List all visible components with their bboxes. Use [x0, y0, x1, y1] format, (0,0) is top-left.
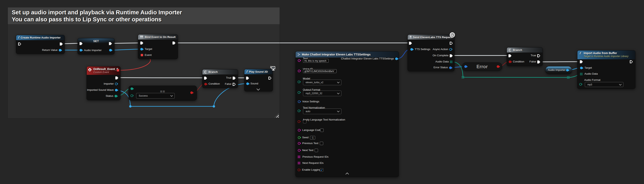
- exec-out-pin[interactable]: [115, 76, 118, 79]
- text-normalization-dropdown[interactable]: auto: [303, 109, 342, 114]
- audio-data-pin[interactable]: [580, 73, 582, 75]
- reroute-array-node[interactable]: [462, 76, 464, 78]
- false-label: False: [225, 82, 232, 85]
- next-text-label: Next Text: [302, 149, 314, 152]
- target-pin[interactable]: [580, 67, 583, 69]
- next-request-ids-pin[interactable]: [298, 162, 300, 164]
- exec-out-pin[interactable]: [109, 42, 112, 45]
- exec-in-pin[interactable]: [508, 54, 512, 57]
- node-set-audio-importer[interactable]: SET Audio Importer: [78, 38, 114, 54]
- exec-out-pin[interactable]: [450, 42, 453, 45]
- node-header: Send ElevenLabs TTS Request: [408, 35, 454, 39]
- node-bind-event-to-on-result[interactable]: Bind Event to On Result Target Event: [138, 34, 178, 59]
- exec-in-pin[interactable]: [204, 77, 207, 80]
- true-exec-pin[interactable]: [537, 54, 540, 57]
- async-action-pin[interactable]: [449, 48, 452, 51]
- condition-pin[interactable]: [509, 60, 511, 63]
- next-text-pin[interactable]: [298, 149, 300, 152]
- voice-id-pin[interactable]: [298, 70, 300, 72]
- exec-out-pin[interactable]: [172, 41, 176, 44]
- text-input[interactable]: Hi, this is my speech: [303, 59, 328, 63]
- output-struct-label: Chatbot Integrator Eleven Labs TTSSettin…: [341, 57, 394, 60]
- audio-importer-out-pin[interactable]: [566, 69, 569, 71]
- imported-sound-wave-pin[interactable]: [115, 89, 118, 91]
- exec-out-pin[interactable]: [630, 60, 633, 63]
- text-normalization-pin[interactable]: [298, 110, 300, 112]
- target-pin[interactable]: [140, 48, 143, 50]
- error-input-pin[interactable]: [464, 65, 467, 68]
- exec-in-pin[interactable]: [18, 42, 21, 45]
- equal-input-b-pin[interactable]: [130, 94, 133, 97]
- voice-settings-pin[interactable]: [298, 100, 300, 103]
- seed-pin[interactable]: [298, 136, 300, 139]
- node-onresult-custom-event[interactable]: OnResult_Event_0 Custom Event Importer I…: [86, 66, 120, 100]
- exec-out-pin[interactable]: [268, 77, 272, 80]
- output-format-dropdown[interactable]: mp3_22050_32: [303, 91, 342, 96]
- condition-pin[interactable]: [204, 83, 207, 85]
- enable-logging-checkbox[interactable]: [320, 168, 324, 172]
- output-struct-pin[interactable]: [395, 57, 398, 60]
- node-equal-enum[interactable]: == Success: [128, 86, 197, 101]
- apply-lang-norm-pin[interactable]: [298, 120, 300, 123]
- output-format-pin[interactable]: [298, 91, 300, 94]
- comment-resize-handle[interactable]: [275, 113, 279, 118]
- false-exec-pin[interactable]: [233, 83, 236, 86]
- language-code-pin[interactable]: [298, 129, 300, 132]
- apply-lang-norm-checkbox[interactable]: [303, 120, 306, 123]
- event-delegate-pin[interactable]: [141, 54, 143, 56]
- model-pin[interactable]: [298, 81, 300, 83]
- on-complete-exec-pin[interactable]: [450, 54, 453, 57]
- error-status-pin[interactable]: [449, 66, 452, 69]
- expand-chevron-icon[interactable]: [257, 87, 260, 91]
- false-exec-pin[interactable]: [537, 60, 540, 63]
- comment-header[interactable]: Set up audio import and playback via Run…: [8, 7, 280, 24]
- status-pin[interactable]: [114, 95, 117, 97]
- exec-out-pin[interactable]: [60, 42, 63, 45]
- node-send-elevenlabs-tts-request[interactable]: Send ElevenLabs TTS Request TTS Settings…: [408, 34, 454, 71]
- node-get-audio-importer[interactable]: Audio Importer: [545, 66, 572, 74]
- delegate-out-pin[interactable]: [117, 69, 119, 71]
- previous-request-ids-pin[interactable]: [298, 156, 300, 158]
- audio-importer-in-pin[interactable]: [80, 49, 82, 51]
- importer-pin[interactable]: [115, 83, 118, 85]
- exec-in-pin[interactable]: [580, 60, 583, 63]
- audio-format-dropdown[interactable]: mp3: [585, 82, 624, 87]
- node-make-tts-settings[interactable]: Make Chatbot Integrator Eleven Labs TTSS…: [296, 51, 399, 177]
- true-exec-pin[interactable]: [233, 77, 236, 80]
- node-branch-2[interactable]: Branch Condition True False: [507, 47, 543, 66]
- sound-pin[interactable]: [246, 82, 249, 85]
- node-import-audio-from-buffer[interactable]: f Import Audio from Buffer Target is Run…: [577, 50, 636, 89]
- tts-settings-pin[interactable]: [410, 48, 413, 51]
- node-title: Bind Event to On Result: [145, 35, 176, 38]
- equal-result-pin[interactable]: [190, 91, 193, 94]
- text-pin[interactable]: [298, 59, 300, 62]
- reroute-array-node[interactable]: [567, 76, 570, 79]
- error-result-pin[interactable]: [497, 65, 499, 68]
- collapse-chevron-icon[interactable]: [346, 173, 349, 176]
- true-label: True: [226, 76, 232, 79]
- equal-input-a-pin[interactable]: [130, 87, 133, 90]
- audio-importer-out-pin[interactable]: [109, 49, 112, 51]
- return-value-pin[interactable]: [59, 49, 61, 51]
- audio-data-pin[interactable]: [450, 61, 452, 63]
- previous-text-input[interactable]: [320, 142, 323, 145]
- language-code-input[interactable]: [320, 129, 324, 132]
- exec-in-pin[interactable]: [246, 77, 249, 80]
- blueprint-graph-canvas[interactable]: Set up audio import and playback via Run…: [0, 0, 644, 184]
- seed-input[interactable]: -1: [310, 136, 315, 140]
- exec-in-pin[interactable]: [80, 42, 82, 45]
- node-play-sound-2d[interactable]: f Play Sound 2D Sound: [244, 69, 273, 91]
- exec-in-pin[interactable]: [409, 42, 412, 45]
- node-error-compare[interactable]: Error: [462, 62, 502, 71]
- enable-logging-pin[interactable]: [298, 169, 300, 171]
- next-text-input[interactable]: [314, 149, 318, 152]
- audio-format-pin[interactable]: [579, 83, 582, 86]
- enum-value-dropdown[interactable]: Success: [136, 93, 175, 99]
- node-branch-1[interactable]: Branch Condition True False: [202, 69, 238, 88]
- exec-in-pin[interactable]: [140, 41, 143, 44]
- audio-importer-label: Audio Importer: [84, 49, 102, 52]
- node-create-runtime-audio-importer[interactable]: f Create Runtime Audio Importer Return V…: [16, 35, 65, 54]
- previous-text-pin[interactable]: [298, 142, 300, 145]
- model-dropdown[interactable]: eleven_turbo_v2: [303, 80, 342, 85]
- voice-id-input[interactable]: gOkFV1JMCt0G0n9xmBwV: [303, 69, 336, 73]
